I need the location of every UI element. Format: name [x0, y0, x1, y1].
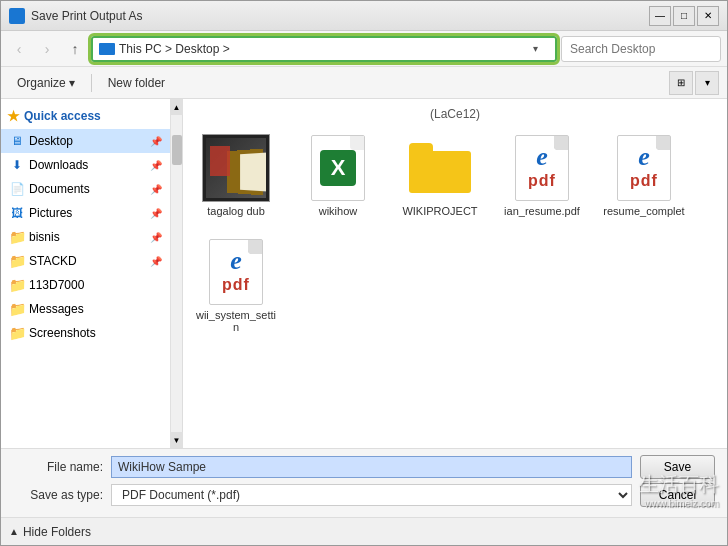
close-button[interactable]: ✕	[697, 6, 719, 26]
toolbar: Organize ▾ New folder ⊞ ▾	[1, 67, 727, 99]
sidebar-item-label: bisnis	[29, 230, 60, 244]
bisnis-folder-icon: 📁	[9, 229, 25, 245]
excel-icon: X	[311, 135, 365, 201]
pdf-e-logo-2: e	[638, 142, 650, 172]
file-item-tagalog-dub[interactable]: tagalog dub	[191, 129, 281, 221]
sidebar-item-113d7000[interactable]: 📁 113D7000	[1, 273, 170, 297]
nav-bar: ‹ › ↑ This PC > Desktop > ▾	[1, 31, 727, 67]
sidebar-item-label: Documents	[29, 182, 90, 196]
pin-icon: 📌	[150, 136, 162, 147]
up-button[interactable]: ↑	[63, 37, 87, 61]
pdf-icon: e pdf	[515, 135, 569, 201]
dialog-title: Save Print Output As	[31, 9, 643, 23]
pdf-text-2: pdf	[630, 172, 658, 190]
pdf-e-logo: e	[536, 142, 548, 172]
excel-x-symbol: X	[320, 150, 356, 186]
file-item-wii-system[interactable]: e pdf wii_system_settin	[191, 233, 281, 337]
pin-icon-3: 📌	[150, 184, 162, 195]
address-dropdown-icon[interactable]: ▾	[533, 43, 549, 54]
sidebar-item-stackd[interactable]: 📁 STACKD 📌	[1, 249, 170, 273]
view-options-button[interactable]: ▾	[695, 71, 719, 95]
file-item-ian-resume[interactable]: e pdf ian_resume.pdf	[497, 129, 587, 221]
sidebar: ★ Quick access 🖥 Desktop 📌 ⬇ Downloads 📌	[1, 99, 170, 448]
file-icon-wrapper	[405, 133, 475, 203]
pdf-e-logo-3: e	[230, 246, 242, 276]
hide-folders-toggle[interactable]: ▲ Hide Folders	[9, 525, 91, 539]
113d7000-folder-icon: 📁	[9, 277, 25, 293]
filename-input[interactable]	[111, 456, 632, 478]
address-text: This PC > Desktop >	[119, 42, 529, 56]
pdf-text-3: pdf	[222, 276, 250, 294]
back-button[interactable]: ‹	[7, 37, 31, 61]
quick-access-label: Quick access	[24, 109, 101, 123]
sidebar-item-bisnis[interactable]: 📁 bisnis 📌	[1, 225, 170, 249]
view-toggle-button[interactable]: ⊞	[669, 71, 693, 95]
scroll-up-arrow[interactable]: ▲	[171, 99, 183, 115]
file-name: wikihow	[319, 205, 358, 217]
file-item-wikiproject[interactable]: WIKIPROJECT	[395, 129, 485, 221]
sidebar-item-messages[interactable]: 📁 Messages	[1, 297, 170, 321]
screenshots-folder-icon: 📁	[9, 325, 25, 341]
savetype-row: Save as type: PDF Document (*.pdf) Cance…	[13, 483, 715, 507]
scroll-track	[172, 115, 182, 432]
stackd-folder-icon: 📁	[9, 253, 25, 269]
messages-folder-icon: 📁	[9, 301, 25, 317]
pin-icon-4: 📌	[150, 208, 162, 219]
address-bar[interactable]: This PC > Desktop > ▾	[91, 36, 557, 62]
sidebar-item-label: Pictures	[29, 206, 72, 220]
file-area: (LaCe12)	[183, 99, 727, 448]
footer-bar: ▲ Hide Folders	[1, 517, 727, 545]
sidebar-item-documents[interactable]: 📄 Documents 📌	[1, 177, 170, 201]
hide-folders-label: Hide Folders	[23, 525, 91, 539]
title-bar: Save Print Output As — □ ✕	[1, 1, 727, 31]
downloads-folder-icon: ⬇	[9, 157, 25, 173]
sidebar-item-downloads[interactable]: ⬇ Downloads 📌	[1, 153, 170, 177]
forward-button[interactable]: ›	[35, 37, 59, 61]
pdf-text: pdf	[528, 172, 556, 190]
pc-icon	[99, 43, 115, 55]
sidebar-item-label: Downloads	[29, 158, 88, 172]
file-item-resume-complet[interactable]: e pdf resume_complet	[599, 129, 689, 221]
file-grid: tagalog dub X wikihow	[191, 129, 719, 337]
file-name: resume_complet	[603, 205, 684, 217]
view-buttons: ⊞ ▾	[669, 71, 719, 95]
file-name: tagalog dub	[207, 205, 265, 217]
organize-button[interactable]: Organize ▾	[9, 71, 83, 95]
sidebar-item-screenshots[interactable]: 📁 Screenshots	[1, 321, 170, 345]
sidebar-item-label: Screenshots	[29, 326, 96, 340]
desktop-folder-icon: 🖥	[9, 133, 25, 149]
file-name: WIKIPROJECT	[402, 205, 477, 217]
footer-arrow-icon: ▲	[9, 526, 19, 537]
organize-arrow-icon: ▾	[69, 76, 75, 90]
save-button[interactable]: Save	[640, 455, 715, 479]
minimize-button[interactable]: —	[649, 6, 671, 26]
sidebar-item-label: 113D7000	[29, 278, 84, 292]
scroll-thumb[interactable]	[172, 135, 182, 165]
sidebar-item-label: STACKD	[29, 254, 77, 268]
file-icon-wrapper: e pdf	[609, 133, 679, 203]
savetype-label: Save as type:	[13, 488, 103, 502]
search-input[interactable]	[561, 36, 721, 62]
cancel-button[interactable]: Cancel	[640, 483, 715, 507]
maximize-button[interactable]: □	[673, 6, 695, 26]
filename-label: File name:	[13, 460, 103, 474]
sidebar-item-pictures[interactable]: 🖼 Pictures 📌	[1, 201, 170, 225]
savetype-select[interactable]: PDF Document (*.pdf)	[111, 484, 632, 506]
file-name: ian_resume.pdf	[504, 205, 580, 217]
sidebar-scrollbar[interactable]: ▲ ▼	[170, 99, 182, 448]
pin-icon-6: 📌	[150, 256, 162, 267]
toolbar-separator	[91, 74, 92, 92]
pdf-icon-3: e pdf	[209, 239, 263, 305]
file-item-wikihow[interactable]: X wikihow	[293, 129, 383, 221]
new-folder-button[interactable]: New folder	[100, 71, 173, 95]
image-thumbnail	[202, 134, 270, 202]
window-controls: — □ ✕	[649, 6, 719, 26]
file-icon-wrapper: e pdf	[507, 133, 577, 203]
file-icon-wrapper: e pdf	[201, 237, 271, 307]
sidebar-item-label: Desktop	[29, 134, 73, 148]
scroll-down-arrow[interactable]: ▼	[171, 432, 183, 448]
file-icon-wrapper: X	[303, 133, 373, 203]
star-icon: ★	[7, 108, 20, 124]
sidebar-item-desktop[interactable]: 🖥 Desktop 📌	[1, 129, 170, 153]
sidebar-quick-access[interactable]: ★ Quick access	[1, 103, 170, 129]
